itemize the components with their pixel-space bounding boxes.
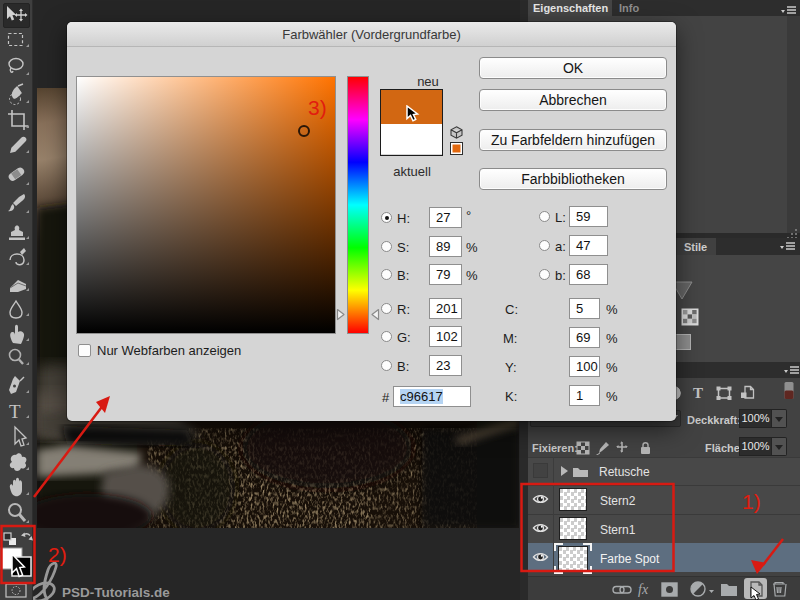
- svg-text:fx: fx: [638, 582, 649, 597]
- svg-text:T: T: [693, 385, 703, 400]
- svg-text:T: T: [9, 401, 21, 422]
